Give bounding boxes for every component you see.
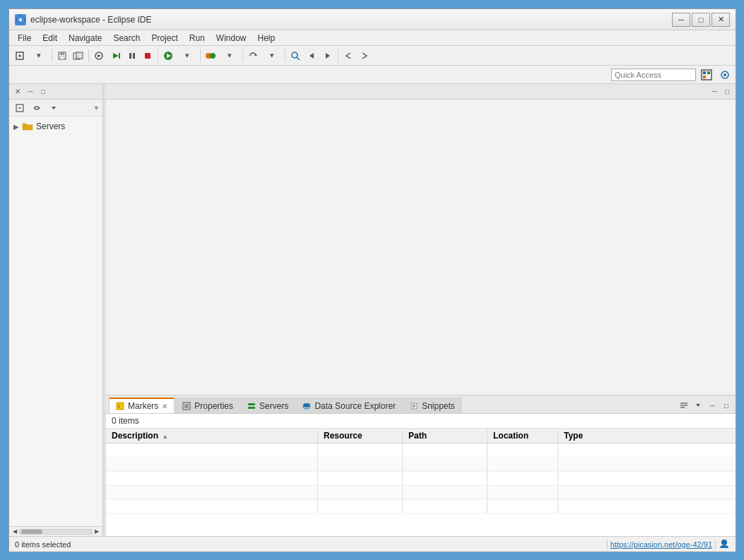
tb-new-button[interactable] xyxy=(12,48,28,64)
tb-save-all-button[interactable] xyxy=(71,48,86,64)
bottom-maximize-button[interactable]: □ xyxy=(720,399,733,412)
view-menu-button[interactable] xyxy=(46,100,61,116)
markers-header: Description ▲ Resource Path Location xyxy=(106,429,736,443)
menu-window[interactable]: Window xyxy=(211,32,252,44)
tb-forward-button[interactable] xyxy=(320,48,336,64)
table-row[interactable] xyxy=(106,443,736,458)
menu-bar: File Edit Navigate Search Project Run Wi… xyxy=(9,30,736,46)
svg-point-20 xyxy=(292,52,297,58)
table-row[interactable] xyxy=(106,486,736,500)
tb-new-dropdown[interactable]: ▾ xyxy=(28,48,49,64)
tb-sync-button[interactable] xyxy=(245,48,261,64)
menu-help[interactable]: Help xyxy=(252,32,281,44)
tab-servers[interactable]: Servers xyxy=(240,398,295,413)
col-description-label: Description xyxy=(112,431,158,441)
menu-search[interactable]: Search xyxy=(107,32,146,44)
minimize-button[interactable]: ─ xyxy=(672,13,690,27)
svg-marker-48 xyxy=(696,404,700,407)
view-menu-bottom-button[interactable] xyxy=(692,399,704,412)
tb-save-button[interactable] xyxy=(54,48,70,64)
tb-suspend-button[interactable] xyxy=(124,48,139,64)
tb-sync-dropdown[interactable]: ▾ xyxy=(261,48,283,64)
tab-markers-close[interactable]: ✕ xyxy=(161,403,168,410)
tb-separator-3 xyxy=(158,49,158,62)
table-row[interactable] xyxy=(106,472,736,486)
col-header-description[interactable]: Description ▲ xyxy=(106,429,318,443)
title-icon xyxy=(15,14,26,25)
tab-datasource[interactable]: Data Source Explorer xyxy=(295,398,402,413)
maximize-button[interactable]: □ xyxy=(692,13,710,27)
tb-search-button[interactable] xyxy=(288,48,303,64)
tree-expand-servers[interactable]: ▶ xyxy=(12,122,20,131)
tab-snippets[interactable]: Snippets xyxy=(403,398,461,413)
table-row[interactable] xyxy=(106,500,736,514)
tab-properties[interactable]: Properties xyxy=(175,398,240,413)
svg-rect-25 xyxy=(703,71,706,74)
quick-access-input[interactable] xyxy=(611,68,696,81)
tb-prev-button[interactable] xyxy=(341,48,356,64)
tb-next-button[interactable] xyxy=(357,48,372,64)
sync-tabs-button[interactable] xyxy=(678,399,690,412)
left-panel-header: ✕ ─ □ xyxy=(9,84,102,100)
bottom-minimize-button[interactable]: ─ xyxy=(706,399,719,412)
col-header-location[interactable]: Location xyxy=(488,429,558,443)
folder-icon xyxy=(22,121,33,132)
status-link[interactable]: https://picasion.net/oge-42/91 xyxy=(610,540,712,549)
link-editor-button[interactable] xyxy=(29,100,45,116)
menu-navigate[interactable]: Navigate xyxy=(63,32,107,44)
menu-edit[interactable]: Edit xyxy=(37,32,63,44)
scrollbar-thumb[interactable] xyxy=(21,530,42,534)
tb-back-button[interactable] xyxy=(304,48,319,64)
svg-marker-32 xyxy=(52,107,56,109)
tab-servers-label: Servers xyxy=(259,401,288,411)
svg-rect-7 xyxy=(76,52,83,59)
table-row[interactable] xyxy=(106,458,736,472)
snippets-icon xyxy=(409,401,419,411)
col-header-type[interactable]: Type xyxy=(558,429,643,443)
tb-debug-button[interactable] xyxy=(91,48,107,64)
scroll-right-button[interactable]: ▶ xyxy=(93,528,101,535)
user-icon[interactable] xyxy=(719,538,730,551)
tb-ext-tools-button[interactable] xyxy=(203,48,218,64)
svg-rect-42 xyxy=(411,403,417,409)
tab-snippets-label: Snippets xyxy=(422,401,455,411)
tb-separator-1 xyxy=(52,49,52,62)
bottom-tab-actions: ─ □ xyxy=(678,399,733,413)
svg-text:!: ! xyxy=(118,403,119,410)
svg-rect-11 xyxy=(119,53,120,59)
close-button[interactable]: ✕ xyxy=(711,13,730,27)
tb-run-dropdown[interactable]: ▾ xyxy=(177,48,198,64)
sort-icon: ▲ xyxy=(162,433,168,440)
panel-maximize-button[interactable]: □ xyxy=(37,86,49,97)
tab-markers[interactable]: ! Markers ✕ xyxy=(109,398,175,413)
panel-close-button[interactable]: ✕ xyxy=(12,86,23,97)
editor-minimize-button[interactable]: ─ xyxy=(709,86,720,97)
editor-header: ─ □ xyxy=(106,84,736,100)
tb-resume-button[interactable] xyxy=(107,48,123,64)
status-right: https://picasion.net/oge-42/91 xyxy=(607,538,730,551)
markers-rows xyxy=(106,443,736,536)
editor-maximize-button[interactable]: □ xyxy=(721,86,733,97)
menu-project[interactable]: Project xyxy=(146,32,183,44)
bottom-tabs: ! Markers ✕ Properties xyxy=(106,395,736,414)
horizontal-scrollbar[interactable] xyxy=(19,529,93,535)
collapse-all-button[interactable] xyxy=(12,100,28,116)
perspective-customize-button[interactable] xyxy=(717,68,733,82)
status-text: 0 items selected xyxy=(15,540,607,549)
svg-rect-27 xyxy=(703,76,706,78)
scroll-left-button[interactable]: ◀ xyxy=(11,528,19,535)
datasource-icon xyxy=(302,401,312,411)
bottom-panel: ! Markers ✕ Properties xyxy=(106,395,736,536)
tree-item-servers[interactable]: ▶ Servers xyxy=(9,119,102,133)
perspective-open-button[interactable] xyxy=(699,68,714,82)
col-header-path[interactable]: Path xyxy=(403,429,488,443)
tb-terminate-button[interactable] xyxy=(140,48,155,64)
servers-icon xyxy=(247,401,256,411)
col-header-resource[interactable]: Resource xyxy=(318,429,403,443)
bottom-content: 0 items Description ▲ Resource Path xyxy=(106,414,736,536)
menu-run[interactable]: Run xyxy=(184,32,211,44)
tb-ext-dropdown[interactable]: ▾ xyxy=(219,48,240,64)
tb-run-button[interactable] xyxy=(160,48,176,64)
panel-minimize-button[interactable]: ─ xyxy=(25,86,36,97)
menu-file[interactable]: File xyxy=(12,32,37,44)
